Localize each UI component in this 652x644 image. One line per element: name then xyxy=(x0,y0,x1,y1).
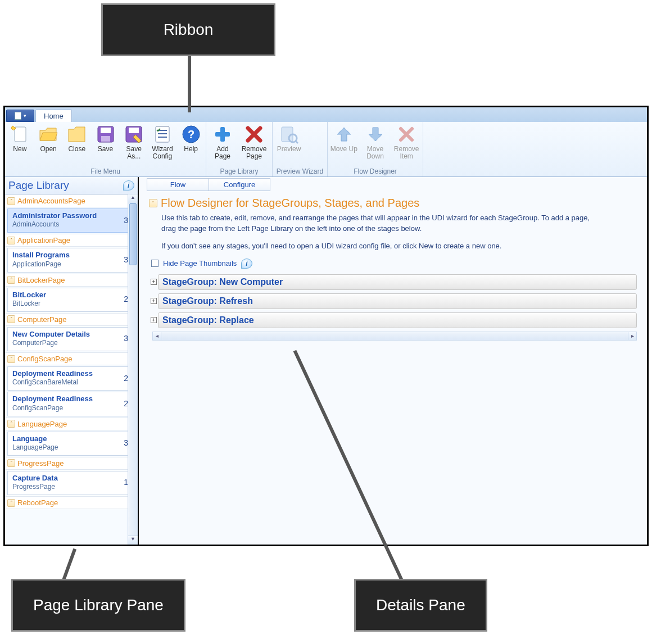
chevron-up-icon: ˄ xyxy=(7,420,15,428)
stagegroup-row[interactable]: +StageGroup: Replace xyxy=(158,312,637,328)
plus-icon xyxy=(212,124,233,144)
library-item-title: BitLocker xyxy=(12,291,46,300)
save-button[interactable]: Save xyxy=(93,123,118,167)
stagegroup-row[interactable]: +StageGroup: Refresh xyxy=(158,293,637,309)
close-button[interactable]: Close xyxy=(64,123,89,167)
add-page-button[interactable]: Add Page xyxy=(209,123,237,167)
chevron-up-icon: ˄ xyxy=(7,499,15,507)
library-section-header[interactable]: ˄AdminAccountsPage xyxy=(5,194,138,207)
scroll-track[interactable] xyxy=(161,332,628,341)
svg-text:?: ? xyxy=(188,128,194,140)
library-item[interactable]: Capture DataProgressPage1 xyxy=(7,471,135,495)
library-section-header[interactable]: ˄ProgressPage xyxy=(5,457,138,470)
save-icon xyxy=(96,124,116,144)
library-item[interactable]: Install ProgramsApplicationPage3 xyxy=(7,248,135,272)
flow-intro-2: If you don't see any stages, you'll need… xyxy=(161,241,600,252)
library-item-title: Capture Data xyxy=(12,474,58,483)
scroll-up-arrow[interactable]: ▲ xyxy=(128,194,138,203)
chevron-up-icon: ˄ xyxy=(7,459,15,467)
library-section-header[interactable]: ˄LanguagePage xyxy=(5,418,138,430)
svg-rect-4 xyxy=(101,136,110,142)
library-item[interactable]: Administrator PasswordAdminAccounts3 xyxy=(7,208,135,233)
preview-button[interactable]: Preview xyxy=(275,123,303,167)
library-section-header[interactable]: ˄BitLockerPage xyxy=(5,274,138,287)
library-section-header[interactable]: ˄ConfigScanPage xyxy=(5,352,138,365)
preview-icon xyxy=(279,124,299,144)
wizard-config-button[interactable]: Wizard Config xyxy=(150,123,175,167)
expand-icon[interactable]: + xyxy=(151,298,157,304)
library-item[interactable]: New Computer DetailsComputerPage3 xyxy=(7,327,135,351)
library-item[interactable]: LanguageLanguagePage3 xyxy=(7,432,135,456)
library-section-header[interactable]: ˄RebootPage xyxy=(5,496,138,509)
stagegroup-label: StageGroup: Replace xyxy=(162,315,254,325)
scroll-right-arrow[interactable]: ▸ xyxy=(628,332,637,341)
vertical-scrollbar[interactable]: ▲ ▼ xyxy=(128,194,138,545)
remove-page-button[interactable]: Remove Page xyxy=(240,123,268,167)
library-item-subtitle: AdminAccounts xyxy=(12,220,97,229)
tab-configure[interactable]: Configure xyxy=(209,178,270,191)
details-tabs: Flow Configure xyxy=(139,177,647,191)
help-icon: ? xyxy=(181,124,201,144)
svg-rect-0 xyxy=(15,127,26,142)
library-item[interactable]: Deployment ReadinessConfigScanPage2 xyxy=(7,392,135,416)
tab-home[interactable]: Home xyxy=(35,110,72,122)
chevron-up-icon[interactable]: ˄ xyxy=(149,199,157,207)
library-item-title: New Computer Details xyxy=(12,330,90,339)
x-faded-icon xyxy=(396,124,416,144)
move-down-button[interactable]: Move Down xyxy=(361,123,390,167)
open-button[interactable]: Open xyxy=(36,123,61,167)
arrow-down-icon xyxy=(365,124,386,144)
library-section-header[interactable]: ˄ApplicationPage xyxy=(5,234,138,247)
save-as-button[interactable]: Save As... xyxy=(121,123,147,167)
ribbon-group-page-library: Add Page Remove Page Page Library xyxy=(206,122,273,176)
library-section-label: BitLockerPage xyxy=(17,276,65,284)
horizontal-scrollbar[interactable]: ◂ ▸ xyxy=(152,332,637,341)
move-up-button[interactable]: Move Up xyxy=(330,123,358,167)
chevron-up-icon: ˄ xyxy=(7,355,15,363)
library-item[interactable]: BitLockerBitLocker2 xyxy=(7,288,135,312)
library-item-subtitle: ComputerPage xyxy=(12,339,90,347)
library-section-header[interactable]: ˄ComputerPage xyxy=(5,313,138,326)
callout-details: Details Pane xyxy=(354,579,487,632)
new-icon xyxy=(10,124,30,144)
chevron-up-icon: ˄ xyxy=(7,197,15,205)
hide-thumbnails-row: Hide Page Thumbnails xyxy=(151,258,640,269)
info-icon[interactable] xyxy=(123,180,134,191)
expand-icon[interactable]: + xyxy=(151,279,157,285)
library-item-subtitle: BitLocker xyxy=(12,300,46,308)
help-button[interactable]: ? Help xyxy=(178,123,203,167)
ribbon: New Open Close xyxy=(5,122,647,177)
library-item[interactable]: Deployment ReadinessConfigScanBareMetal2 xyxy=(7,366,135,391)
library-item-subtitle: LanguagePage xyxy=(12,443,58,452)
library-section-label: ConfigScanPage xyxy=(17,355,73,363)
stagegroup-label: StageGroup: New Computer xyxy=(162,277,283,287)
page-library-list[interactable]: ˄AdminAccountsPageAdministrator Password… xyxy=(5,194,138,545)
svg-rect-6 xyxy=(129,128,139,133)
chevron-up-icon: ˄ xyxy=(7,315,15,323)
flow-heading: ˄ Flow Designer for StageGroups, Stages,… xyxy=(149,197,640,210)
save-as-icon xyxy=(124,124,144,144)
chevron-down-icon: ▾ xyxy=(24,113,26,119)
callout-ribbon: Ribbon xyxy=(101,3,275,56)
ribbon-group-flow-designer: Move Up Move Down Remove Item Flow Desig… xyxy=(328,122,423,176)
app-menu-button[interactable]: ▾ xyxy=(6,110,34,122)
scroll-thumb[interactable] xyxy=(129,203,137,265)
stagegroup-row[interactable]: +StageGroup: New Computer xyxy=(158,274,637,290)
hide-thumbnails-label: Hide Page Thumbnails xyxy=(163,259,237,267)
library-item-title: Deployment Readiness xyxy=(12,369,93,378)
flow-intro-1: Use this tab to create, edit, remove, an… xyxy=(161,213,600,234)
scroll-down-arrow[interactable]: ▼ xyxy=(128,536,138,545)
library-section-label: RebootPage xyxy=(17,498,58,507)
document-icon xyxy=(15,112,21,120)
info-icon[interactable] xyxy=(241,258,252,269)
library-item-subtitle: ConfigScanPage xyxy=(12,404,93,412)
remove-item-button[interactable]: Remove Item xyxy=(392,123,420,167)
hide-thumbnails-checkbox[interactable] xyxy=(151,260,159,267)
expand-icon[interactable]: + xyxy=(151,317,157,323)
callout-line xyxy=(188,56,191,112)
chevron-up-icon: ˄ xyxy=(7,237,15,244)
library-section-label: ComputerPage xyxy=(17,315,66,324)
tab-flow[interactable]: Flow xyxy=(147,178,209,191)
scroll-left-arrow[interactable]: ◂ xyxy=(152,332,161,341)
new-button[interactable]: New xyxy=(7,123,33,167)
